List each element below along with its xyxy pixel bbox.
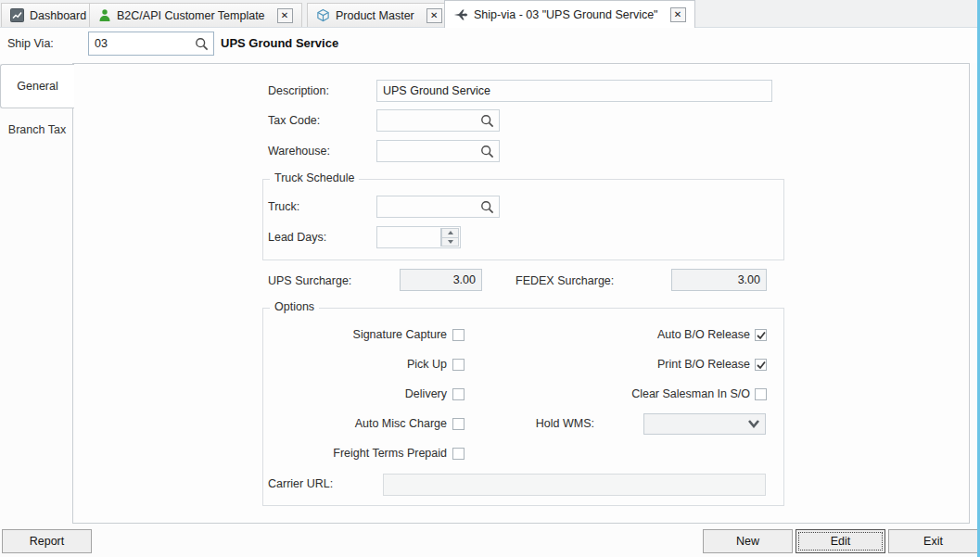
options-legend: Options — [270, 300, 319, 313]
truck-schedule-groupbox: Truck Schedule — [262, 179, 784, 260]
print-bo-release-checkbox[interactable] — [755, 359, 767, 371]
tab-label: Dashboard — [30, 9, 86, 22]
ups-surcharge-label: UPS Surcharge: — [268, 273, 351, 288]
tab-bar: Dashboard B2C/API Customer Template ✕ Pr… — [0, 0, 980, 28]
ship-via-input[interactable] — [89, 37, 195, 50]
ship-via-label: Ship Via: — [7, 36, 54, 51]
description-field — [376, 80, 772, 102]
ups-surcharge-field — [400, 269, 482, 291]
search-icon[interactable] — [195, 37, 213, 51]
side-tab-label: Branch Tax — [8, 123, 66, 136]
tax-code-field — [376, 109, 500, 132]
warehouse-input[interactable] — [377, 145, 480, 158]
fedex-surcharge-field — [671, 269, 767, 291]
signature-capture-label: Signature Capture — [185, 327, 447, 342]
edit-button[interactable]: Edit — [795, 529, 885, 553]
ups-surcharge-input[interactable] — [401, 273, 481, 286]
spinner-down-icon[interactable] — [441, 238, 459, 247]
lead-days-input[interactable] — [377, 231, 442, 244]
tab-label: B2C/API Customer Template — [117, 9, 265, 22]
side-tab-general[interactable]: General — [0, 64, 74, 108]
auto-bo-release-checkbox[interactable] — [755, 329, 767, 341]
fedex-surcharge-input[interactable] — [672, 273, 766, 286]
truck-label: Truck: — [268, 199, 299, 214]
exit-button[interactable]: Exit — [888, 529, 978, 553]
truck-field — [376, 196, 500, 218]
description-input[interactable] — [377, 84, 771, 97]
close-icon[interactable]: ✕ — [277, 8, 293, 23]
lead-days-field — [376, 226, 461, 248]
plane-icon — [453, 7, 468, 22]
side-tab-branch-tax[interactable]: Branch Tax — [0, 111, 74, 148]
carrier-url-input[interactable] — [384, 478, 765, 491]
auto-bo-release-label: Auto B/O Release — [463, 327, 750, 342]
tax-code-input[interactable] — [377, 114, 480, 127]
warehouse-label: Warehouse: — [268, 144, 330, 158]
delivery-label: Delivery — [185, 386, 447, 401]
search-icon[interactable] — [480, 200, 499, 214]
chevron-down-icon — [748, 420, 759, 428]
tab-product-master[interactable]: Product Master ✕ — [307, 3, 452, 27]
close-icon[interactable]: ✕ — [670, 7, 686, 22]
carrier-url-field — [383, 474, 766, 496]
tab-ship-via[interactable]: Ship-via - 03 "UPS Ground Service" ✕ — [444, 0, 695, 28]
tab-label: Product Master — [336, 9, 414, 22]
tab-b2c-customer-template[interactable]: B2C/API Customer Template ✕ — [89, 3, 302, 27]
hold-wms-label: Hold WMS: — [426, 416, 594, 431]
auto-misc-charge-label: Auto Misc Charge — [185, 416, 447, 431]
description-label: Description: — [268, 83, 329, 98]
spinner-up-icon[interactable] — [441, 228, 459, 238]
tab-label: Ship-via - 03 "UPS Ground Service" — [474, 8, 658, 21]
general-panel: Description: Tax Code: Warehouse: Truck … — [72, 63, 970, 524]
tab-dashboard[interactable]: Dashboard — [1, 3, 95, 27]
user-icon — [98, 8, 111, 22]
lead-days-label: Lead Days: — [268, 230, 326, 245]
new-button[interactable]: New — [703, 529, 793, 553]
truck-schedule-legend: Truck Schedule — [270, 171, 359, 184]
hold-wms-dropdown[interactable] — [643, 413, 766, 435]
clear-salesman-checkbox[interactable] — [755, 388, 767, 400]
side-tab-label: General — [17, 80, 57, 93]
close-icon[interactable]: ✕ — [426, 8, 442, 23]
warehouse-field — [376, 140, 500, 162]
report-button[interactable]: Report — [2, 529, 92, 553]
truck-input[interactable] — [377, 200, 480, 213]
lead-days-spinner — [440, 228, 459, 247]
page-title: UPS Ground Service — [221, 36, 338, 50]
freight-terms-prepaid-checkbox[interactable] — [452, 448, 465, 460]
print-bo-release-label: Print B/O Release — [463, 357, 750, 372]
ship-via-lookup-field — [88, 32, 214, 56]
carrier-url-label: Carrier URL: — [268, 476, 333, 491]
fedex-surcharge-label: FEDEX Surcharge: — [515, 273, 614, 288]
search-icon[interactable] — [480, 114, 499, 128]
clear-salesman-label: Clear Salesman In S/O — [463, 386, 750, 401]
freight-terms-prepaid-label: Freight Terms Prepaid — [185, 446, 447, 461]
dashboard-chart-icon — [10, 8, 24, 22]
pick-up-label: Pick Up — [185, 357, 447, 372]
search-icon[interactable] — [480, 145, 499, 158]
tax-code-label: Tax Code: — [268, 113, 320, 128]
cube-icon — [316, 8, 330, 22]
